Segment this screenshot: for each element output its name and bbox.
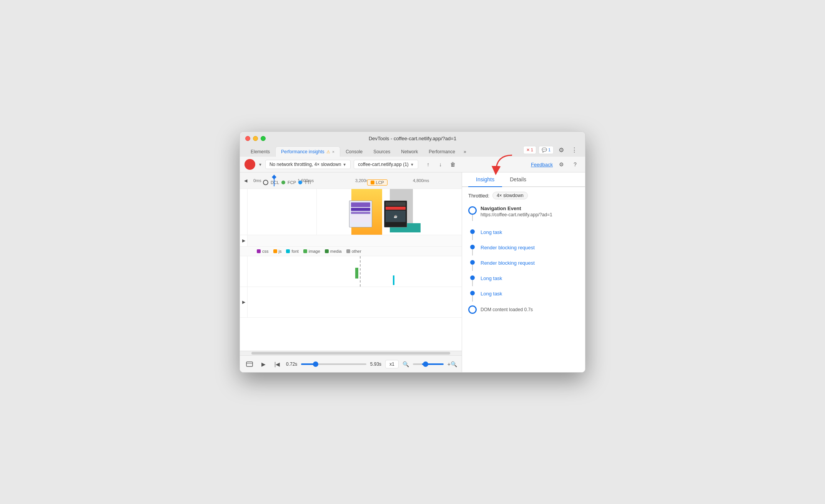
maximize-button[interactable]	[261, 136, 266, 141]
panel-settings-icon[interactable]: ⚙	[556, 159, 567, 170]
zoom-slider[interactable]	[413, 363, 444, 365]
white-region	[248, 189, 317, 235]
marker-0ms: 0ms	[253, 178, 261, 183]
titlebar-top: DevTools - coffee-cart.netlify.app/?ad=1	[245, 136, 580, 144]
insight-link-3[interactable]: Long task	[481, 275, 502, 286]
scrollbar-thumb	[251, 352, 450, 355]
timeline-tracks: ☕ ▶ css	[240, 189, 462, 351]
extra-track-expand[interactable]: ▶	[240, 287, 248, 317]
nav-event-line-col	[468, 206, 477, 221]
help-icon[interactable]: ?	[570, 159, 580, 170]
font-label: font	[291, 249, 298, 254]
record-dropdown-icon[interactable]: ▼	[258, 162, 262, 167]
message-badge-button[interactable]: 💬 1	[539, 146, 554, 154]
record-button[interactable]	[245, 159, 255, 170]
image-label: image	[309, 249, 320, 254]
dcl-indicator	[263, 180, 268, 185]
timeline-header: ◀ 0ms 1,600ms 3,200ms 4,800ms DCL	[240, 172, 462, 189]
expand-left-icon[interactable]: ◀	[242, 178, 249, 183]
nav-event: Navigation Event https://coffee-cart.net…	[468, 206, 579, 221]
message-count: 1	[548, 148, 551, 152]
dom-loaded-row: DOM content loaded 0.7s	[468, 305, 579, 314]
nav-event-circle	[468, 206, 477, 215]
feedback-link[interactable]: Feedback	[531, 162, 553, 167]
time-scrubber[interactable]	[301, 363, 366, 365]
tab-details[interactable]: Details	[502, 172, 534, 187]
frames-track: ☕	[240, 189, 462, 235]
insight-line-3	[468, 275, 477, 286]
message-icon: 💬	[542, 148, 547, 153]
expand-track-btn[interactable]: ▶	[240, 235, 248, 246]
insight-item-3: Long task	[468, 273, 579, 288]
tab-performance[interactable]: Performance	[423, 147, 461, 157]
network-track	[240, 256, 462, 287]
legend-media: media	[325, 249, 342, 254]
insight-dot-1	[470, 245, 475, 249]
settings-button[interactable]: ⚙	[556, 144, 567, 155]
js-color	[273, 249, 277, 253]
right-panel-tabs: Insights Details	[462, 172, 585, 187]
minimize-button[interactable]	[253, 136, 258, 141]
url-dropdown[interactable]: coffee-cart.netlify.app (1) ▼	[354, 160, 418, 169]
network-track-content	[248, 256, 462, 287]
devtools-window: DevTools - coffee-cart.netlify.app/?ad=1…	[240, 131, 585, 373]
legend-image: image	[303, 249, 320, 254]
image-color	[303, 249, 307, 253]
expand-track: ▶	[240, 235, 462, 247]
tab-network[interactable]: Network	[396, 147, 423, 157]
thumbnail-2: ☕	[384, 201, 407, 227]
font-color	[286, 249, 290, 253]
horizontal-scrollbar[interactable]	[240, 351, 462, 355]
zoom-in-icon[interactable]: +🔍	[447, 361, 457, 367]
start-time-label: 0.72s	[286, 361, 297, 367]
insight-dot-3	[470, 275, 475, 280]
delete-icon[interactable]: 🗑	[447, 159, 458, 170]
dcl-label: DCL	[271, 180, 279, 185]
tti-dot	[298, 181, 302, 184]
cyan-bar	[393, 275, 394, 285]
lcp-label: LCP	[376, 180, 384, 185]
insight-link-0[interactable]: Long task	[481, 229, 502, 240]
upload-icon[interactable]: ↑	[423, 159, 434, 170]
insight-dot-4	[470, 291, 475, 295]
tab-elements[interactable]: Elements	[245, 147, 275, 157]
error-badge-button[interactable]: ✕ 1	[523, 146, 536, 154]
tab-console[interactable]: Console	[340, 147, 368, 157]
dom-loaded-text: DOM content loaded 0.7s	[481, 307, 533, 312]
zoom-out-icon[interactable]: 🔍	[403, 361, 409, 367]
skip-to-start-icon[interactable]: |◀	[272, 359, 282, 369]
end-time-label: 5.93s	[370, 361, 381, 367]
error-icon: ✕	[526, 148, 530, 153]
insight-link-2[interactable]: Render blocking request	[481, 260, 535, 271]
insight-dot-2	[470, 260, 475, 265]
tab-performance-label: Performance	[429, 149, 455, 154]
tab-sources[interactable]: Sources	[368, 147, 396, 157]
main-toolbar: ▼ No network throttling, 4× slowdown ▼ c…	[240, 157, 585, 172]
insight-link-1[interactable]: Render blocking request	[481, 245, 535, 255]
fcp-dot	[281, 181, 285, 184]
more-button[interactable]: ⋮	[569, 144, 580, 155]
tab-performance-insights[interactable]: Performance insights ⚠ ×	[275, 146, 340, 157]
insight-connector-4	[472, 295, 473, 302]
download-icon[interactable]: ↓	[435, 159, 446, 170]
tab-network-label: Network	[401, 149, 418, 154]
tab-performance-insights-label: Performance insights	[281, 149, 324, 154]
frames-track-expand[interactable]	[240, 189, 248, 235]
url-label: coffee-cart.netlify.app (1)	[358, 162, 409, 167]
tab-close-icon[interactable]: ×	[332, 149, 334, 154]
close-button[interactable]	[245, 136, 250, 141]
warning-icon: ⚠	[326, 149, 330, 154]
throttling-dropdown[interactable]: No network throttling, 4× slowdown ▼	[265, 160, 351, 169]
throttled-label: Throttled:	[468, 193, 489, 199]
other-color	[346, 249, 350, 253]
tabs-overflow-button[interactable]: »	[461, 147, 469, 157]
insight-link-4[interactable]: Long task	[481, 291, 502, 302]
play-icon[interactable]: ▶	[258, 359, 268, 369]
error-count: 1	[531, 148, 533, 152]
tab-insights[interactable]: Insights	[468, 172, 502, 187]
speed-badge[interactable]: x1	[385, 360, 399, 368]
tabs-container: Elements Performance insights ⚠ × Consol…	[245, 144, 580, 157]
timeline-panel: ◀ 0ms 1,600ms 3,200ms 4,800ms DCL	[240, 172, 462, 372]
screenshot-toggle-icon[interactable]	[245, 359, 254, 369]
throttle-value: 4× slowdown	[492, 192, 528, 199]
